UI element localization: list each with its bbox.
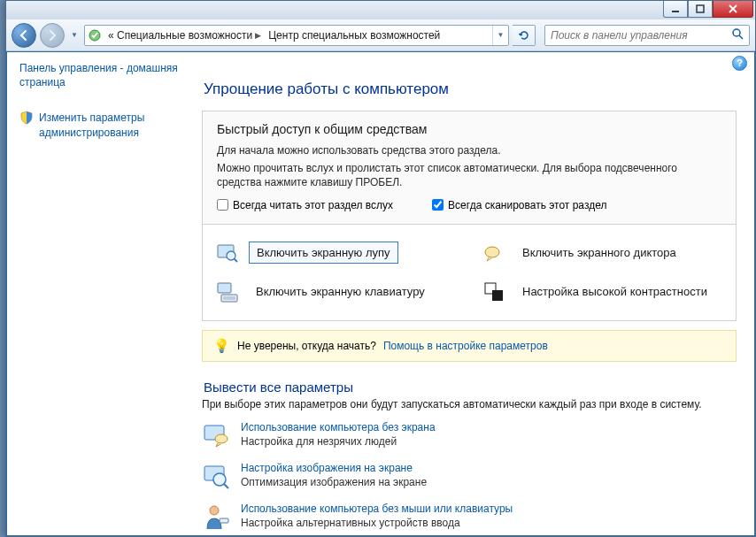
option-display-settings: Настройка изображения на экране Оптимиза…	[202, 462, 737, 490]
magnifier-tool[interactable]: Включить экранную лупу	[215, 241, 457, 265]
osk-tool[interactable]: Включить экранную клавиатуру	[215, 280, 457, 304]
all-params-desc: При выборе этих параметров они будут зап…	[202, 398, 737, 410]
breadcrumb-level-2[interactable]: Центр специальных возможностей	[265, 26, 444, 45]
narrator-label: Включить экранного диктора	[522, 246, 676, 259]
svg-rect-0	[672, 11, 679, 12]
svg-rect-18	[220, 518, 228, 523]
svg-rect-1	[697, 5, 704, 12]
address-bar[interactable]: « Специальные возможности ▶ Центр специа…	[84, 25, 509, 46]
always-scan-checkbox[interactable]: Всегда сканировать этот раздел	[432, 199, 606, 211]
magnifier-label: Включить экранную лупу	[257, 246, 390, 259]
location-icon	[85, 28, 104, 42]
hint-text: Не уверены, откуда начать?	[237, 340, 376, 352]
content-frame: Панель управления - домашняя страница Из…	[6, 51, 755, 536]
admin-settings-label: Изменить параметры администрирования	[39, 111, 184, 139]
breadcrumb-text-1: Специальные возможности	[117, 29, 252, 42]
search-icon[interactable]	[731, 27, 744, 42]
svg-rect-8	[221, 295, 237, 302]
always-scan-input[interactable]	[432, 199, 444, 211]
svg-rect-7	[218, 283, 231, 293]
always-scan-label: Всегда сканировать этот раздел	[448, 199, 606, 211]
breadcrumb-text-2: Центр специальных возможностей	[268, 29, 440, 42]
minimize-button[interactable]	[663, 1, 688, 18]
close-button[interactable]	[713, 1, 753, 18]
breadcrumb-level-1[interactable]: « Специальные возможности ▶	[104, 26, 265, 45]
contrast-tool[interactable]: Настройка высокой контрастности	[482, 280, 723, 304]
hint-link[interactable]: Помощь в настройке параметров	[383, 340, 548, 352]
option-link[interactable]: Настройка изображения на экране	[241, 462, 427, 474]
lightbulb-icon: 💡	[213, 338, 230, 354]
all-params-heading: Вывести все параметры	[204, 380, 737, 395]
option-link[interactable]: Использование компьютера без экрана	[241, 421, 436, 433]
main-content: Упрощение работы с компьютером Быстрый д…	[197, 73, 754, 535]
option-desc: Настройка для незрячих людей	[241, 435, 436, 448]
always-read-input[interactable]	[217, 199, 228, 211]
history-dropdown-icon[interactable]: ▼	[68, 27, 81, 44]
address-dropdown-icon[interactable]: ▼	[492, 26, 508, 45]
hint-bar: 💡 Не уверены, откуда начать? Помощь в на…	[202, 330, 737, 362]
option-desc: Настройка альтернативных устройств ввода	[241, 517, 513, 529]
page-title: Упрощение работы с компьютером	[204, 81, 737, 98]
quick-heading: Быстрый доступ к общим средствам	[217, 122, 721, 136]
control-panel-home-link[interactable]: Панель управления - домашняя страница	[19, 61, 184, 89]
quick-access-box: Быстрый доступ к общим средствам Для нач…	[202, 111, 737, 225]
contrast-label: Настройка высокой контрастности	[522, 285, 707, 298]
quick-desc-2: Можно прочитать вслух и пролистать этот …	[217, 161, 721, 189]
always-read-label: Всегда читать этот раздел вслух	[233, 199, 393, 211]
svg-point-3	[733, 29, 740, 36]
admin-settings-link[interactable]: Изменить параметры администрирования	[19, 111, 184, 139]
search-input[interactable]	[551, 29, 731, 42]
sidebar: Панель управления - домашняя страница Из…	[7, 52, 197, 535]
no-display-icon	[202, 421, 230, 449]
display-settings-icon	[202, 462, 230, 490]
maximize-button[interactable]	[688, 1, 713, 18]
help-row: ?	[197, 52, 754, 73]
titlebar	[6, 1, 755, 19]
control-panel-window: ▼ « Специальные возможности ▶ Центр спец…	[5, 0, 756, 537]
search-box[interactable]	[544, 25, 750, 46]
option-no-display: Использование компьютера без экрана Наст…	[202, 421, 737, 449]
option-desc: Оптимизация изображения на экране	[241, 476, 427, 488]
chevron-right-icon: ▶	[255, 31, 261, 40]
narrator-icon	[482, 241, 506, 265]
keyboard-icon	[215, 280, 240, 304]
back-button[interactable]	[12, 23, 36, 48]
magnifier-icon	[215, 241, 240, 265]
svg-point-6	[485, 247, 499, 257]
contrast-icon	[482, 280, 506, 304]
svg-point-16	[213, 473, 226, 486]
tools-grid: Включить экранную лупу Включить экранног…	[202, 225, 737, 321]
person-icon	[202, 502, 230, 531]
osk-label: Включить экранную клавиатуру	[256, 285, 425, 298]
help-icon[interactable]: ?	[732, 56, 747, 71]
svg-point-14	[215, 434, 228, 443]
svg-rect-12	[492, 290, 503, 301]
always-read-checkbox[interactable]: Всегда читать этот раздел вслух	[217, 199, 393, 211]
refresh-button[interactable]	[513, 25, 536, 46]
option-no-mouse-keyboard: Использование компьютера без мыши или кл…	[202, 502, 737, 531]
quick-desc-1: Для начала можно использовать средства э…	[217, 143, 721, 157]
shield-icon	[19, 111, 34, 125]
navbar: ▼ « Специальные возможности ▶ Центр спец…	[6, 19, 755, 51]
svg-point-17	[210, 506, 219, 515]
narrator-tool[interactable]: Включить экранного диктора	[482, 241, 723, 265]
forward-button[interactable]	[40, 23, 65, 48]
breadcrumb-prefix: «	[108, 29, 114, 42]
option-link[interactable]: Использование компьютера без мыши или кл…	[241, 502, 513, 515]
